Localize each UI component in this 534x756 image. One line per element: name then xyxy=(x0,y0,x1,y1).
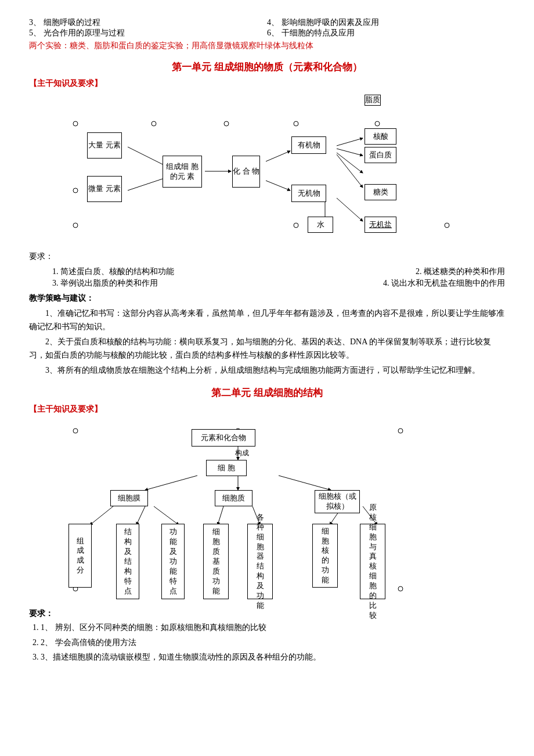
req-list2-item3: 3、描述细胞膜的流动镶嵌模型，知道生物膜流动性的原因及各种组分的功能。 xyxy=(41,651,505,664)
svg-point-8 xyxy=(445,223,449,228)
svg-line-27 xyxy=(145,476,197,490)
node-zucheng: 组成细 胞的元 素 xyxy=(163,156,202,188)
header-col1-row1: 3、 细胞呼吸的过程 xyxy=(29,17,267,28)
req2-left: 3. 举例说出脂质的种类和作用 xyxy=(52,278,158,289)
red-experiment-line: 两个实验：糖类、脂肪和蛋白质的鉴定实验；用高倍显微镜观察叶绿体与线粒体 xyxy=(29,41,505,51)
svg-line-16 xyxy=(337,149,363,156)
strategy-section: 教学策略与建议： 1、准确记忆和书写：这部分内容从高考来看，虽然简单，但几乎年年… xyxy=(29,292,505,377)
section1-zhugandu: 【主干知识及要求】 xyxy=(29,78,505,89)
node-xibaoheDGN: 细 胞 核 的 功 能 xyxy=(312,524,338,588)
requires-label1: 要求： xyxy=(29,251,505,262)
svg-line-29 xyxy=(279,476,331,490)
node-xibao: 细 胞 xyxy=(206,460,247,476)
header-col2-row2: 6、 干细胞的特点及应用 xyxy=(267,28,505,38)
node-xibaozhi: 细胞质 xyxy=(215,490,252,506)
node-gongnengTD: 功 能 及 功 能 特 点 xyxy=(161,524,185,599)
svg-point-0 xyxy=(73,121,78,126)
section1-title: 第一单元 组成细胞的物质（元素和化合物） xyxy=(29,60,505,74)
node-zhizhi: 脂质 xyxy=(365,95,381,106)
svg-line-33 xyxy=(218,506,223,525)
req-section2: 要求： 1、 辨别、区分不同种类的细胞：如原核细胞和真核细胞的比较 2、 学会高… xyxy=(29,609,505,664)
node-youji: 有机物 xyxy=(291,136,326,154)
req-list2: 1、 辨别、区分不同种类的细胞：如原核细胞和真核细胞的比较 2、 学会高倍镜的使… xyxy=(41,621,505,664)
svg-point-5 xyxy=(375,121,380,126)
node-zuchengCF: 组 成 成 分 xyxy=(68,524,92,588)
req-row2: 3. 举例说出脂质的种类和作用 4. 说出水和无机盐在细胞中的作用 xyxy=(52,278,505,289)
node-xibaoheMo: 细胞核（或 拟核） xyxy=(315,490,360,513)
node-tanglei: 糖类 xyxy=(365,184,396,200)
req1-left: 1. 简述蛋白质、核酸的结构和功能 xyxy=(52,267,174,277)
svg-line-11 xyxy=(128,179,163,190)
svg-line-30 xyxy=(90,506,113,525)
svg-point-4 xyxy=(294,121,298,126)
node-jiegouJJ: 结 构 及 结 构 特 点 xyxy=(116,524,139,599)
node-hesuan: 核酸 xyxy=(365,128,396,145)
req-row1: 1. 简述蛋白质、核酸的结构和功能 2. 概述糖类的种类和作用 xyxy=(52,267,505,277)
svg-point-23 xyxy=(398,429,403,433)
strategy-label: 教学策略与建议： xyxy=(29,292,505,305)
node-wujiy: 无机盐 xyxy=(365,217,396,233)
goucheng-label: 构成 xyxy=(235,448,249,458)
strategy-para3: 3、将所有的组成物质放在细胞这个结构上分析，从组成细胞结构与完成细胞功能两方面进… xyxy=(29,364,505,377)
strategy-para1: 1、准确记忆和书写：这部分内容从高考来看，虽然简单，但几乎年年都有题涉及，但考查… xyxy=(29,307,505,333)
node-geZhongQJ: 各 种 细 胞 器 结 构 及 功 能 xyxy=(247,524,273,599)
node-danbai: 蛋白质 xyxy=(365,147,396,163)
svg-line-20 xyxy=(337,198,363,221)
req2-right: 4. 说出水和无机盐在细胞中的作用 xyxy=(383,278,505,289)
req-section1: 1. 简述蛋白质、核酸的结构和功能 2. 概述糖类的种类和作用 3. 举例说出脂… xyxy=(52,267,505,289)
svg-line-18 xyxy=(337,154,363,188)
req-list2-item2: 2、 学会高倍镜的使用方法 xyxy=(41,636,505,649)
node-wuji: 无机物 xyxy=(291,185,326,202)
section2-zhugandu: 【主干知识及要求】 xyxy=(29,404,505,415)
svg-point-9 xyxy=(73,223,78,228)
node-shui: 水 xyxy=(308,217,333,233)
header-col2-row1: 4、 影响细胞呼吸的因素及应用 xyxy=(267,17,505,28)
section2-title: 第二单元 组成细胞的结构 xyxy=(29,386,505,399)
svg-point-2 xyxy=(224,121,229,126)
wujiy-label: 无机盐 xyxy=(369,220,392,230)
node-weiliang: 微量 元素 xyxy=(87,176,122,202)
svg-line-32 xyxy=(154,506,179,525)
svg-line-31 xyxy=(136,506,145,525)
svg-point-3 xyxy=(73,188,78,193)
req-list2-item1: 1、 辨别、区分不同种类的细胞：如原核细胞和真核细胞的比较 xyxy=(41,621,505,634)
node-xibaoZJJ: 细 胞 质 基 质 功 能 xyxy=(203,524,229,599)
svg-line-14 xyxy=(266,181,290,190)
svg-point-1 xyxy=(151,121,156,126)
node-yuanHeJZ: 原 核 细 胞 与 真 核 细 胞 的 比 较 xyxy=(360,524,385,599)
svg-line-15 xyxy=(337,138,363,146)
req-bold2: 要求： xyxy=(29,609,505,619)
node-xibaoMo: 细胞膜 xyxy=(110,490,148,506)
diagram2: 元素和化合物 构成 细 胞 细胞膜 细胞质 细胞核（或 拟核） 组 成 成 分 … xyxy=(29,420,505,600)
header-row-2: 5、 光合作用的原理与过程 6、 干细胞的特点及应用 xyxy=(29,28,505,38)
svg-line-17 xyxy=(337,153,363,173)
header-col1-row2: 5、 光合作用的原理与过程 xyxy=(29,28,267,38)
svg-point-21 xyxy=(73,429,78,433)
svg-line-10 xyxy=(128,147,163,164)
svg-point-25 xyxy=(398,586,403,591)
req1-right: 2. 概述糖类的种类和作用 xyxy=(416,267,505,277)
header-row-1: 3、 细胞呼吸的过程 4、 影响细胞呼吸的因素及应用 xyxy=(29,17,505,28)
node-yuansu: 元素和化合物 xyxy=(192,429,255,447)
diagram1: 大量 元素 微量 元素 组成细 胞的元 素 化 合 物 有机物 无机物 核酸 蛋… xyxy=(29,95,505,246)
svg-point-6 xyxy=(294,223,298,228)
svg-line-13 xyxy=(266,151,290,161)
strategy-para2: 2、关于蛋白质和核酸的结构与功能：横向联系复习，如与细胞的分化、基因的表达、DN… xyxy=(29,336,505,362)
node-daliang: 大量 元素 xyxy=(87,132,122,159)
node-huahe: 化 合 物 xyxy=(232,156,260,188)
